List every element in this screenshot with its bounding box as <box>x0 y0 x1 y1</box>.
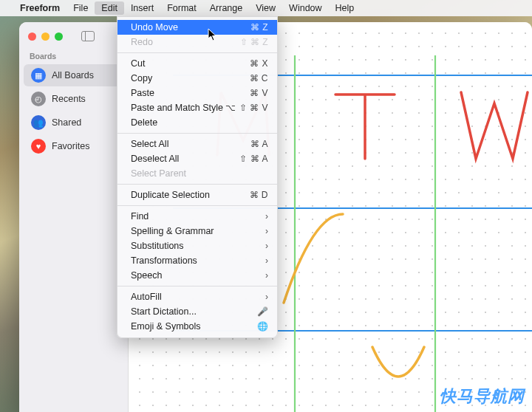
zoom-button[interactable] <box>55 32 63 41</box>
menu-item-label: Delete <box>131 117 268 128</box>
sidebar-item-favorites[interactable]: ♥ Favorites <box>24 135 123 157</box>
menu-item-speech[interactable]: Speech › <box>117 268 277 283</box>
menu-item-label: Duplicate Selection <box>131 190 250 200</box>
menu-item-label: Select All <box>131 139 250 149</box>
menu-separator <box>117 205 277 206</box>
chevron-right-icon: › <box>265 226 268 236</box>
menu-item-cut[interactable]: Cut ⌘ X <box>117 56 277 71</box>
menu-item-find[interactable]: Find › <box>117 209 277 224</box>
menu-item-label: Select Parent <box>131 168 268 179</box>
chevron-right-icon: › <box>265 211 268 222</box>
menu-item-label: Cut <box>131 58 250 69</box>
menu-item-label: Redo <box>131 37 240 47</box>
menu-item-copy[interactable]: Copy ⌘ C <box>117 71 277 86</box>
sidebar-item-label: Shared <box>52 117 81 128</box>
menu-item-dictation[interactable]: Start Dictation... 🎤 <box>117 304 277 319</box>
system-menubar: Freeform File Edit Insert Format Arrange… <box>0 0 532 16</box>
menu-item-shortcut: ⇧ ⌘ A <box>239 154 268 164</box>
menu-item-label: Emoji & Symbols <box>131 321 257 332</box>
menu-insert[interactable]: Insert <box>124 1 160 15</box>
menu-item-shortcut: ⌘ A <box>250 139 268 149</box>
menu-item-label: Undo Move <box>131 22 250 32</box>
chevron-right-icon: › <box>265 270 268 281</box>
menu-arrange[interactable]: Arrange <box>203 1 249 15</box>
sidebar-section-title: Boards <box>19 49 128 63</box>
sidebar-item-label: Recents <box>52 94 86 104</box>
menu-item-substitutions[interactable]: Substitutions › <box>117 238 277 253</box>
menu-item-shortcut: ⌘ V <box>250 88 268 98</box>
chevron-right-icon: › <box>265 255 268 266</box>
menu-item-paste[interactable]: Paste ⌘ V <box>117 86 277 100</box>
menu-item-emoji[interactable]: Emoji & Symbols 🌐 <box>117 319 277 334</box>
menu-window[interactable]: Window <box>282 1 328 15</box>
menu-item-transformations[interactable]: Transformations › <box>117 253 277 268</box>
sidebar-item-label: All Boards <box>52 70 94 80</box>
chevron-right-icon: › <box>265 292 268 302</box>
menu-item-shortcut: ⌘ D <box>250 190 269 200</box>
people-icon: 👥 <box>31 115 46 130</box>
menu-item-delete[interactable]: Delete <box>117 115 277 130</box>
menu-item-label: Paste and Match Style <box>131 103 225 113</box>
sidebar-item-all-boards[interactable]: ▦ All Boards <box>24 64 123 86</box>
sidebar-item-label: Favorites <box>52 141 89 151</box>
menu-separator <box>117 133 277 134</box>
menu-separator <box>117 52 277 53</box>
menu-item-select-all[interactable]: Select All ⌘ A <box>117 137 277 151</box>
grid-icon: ▦ <box>31 68 46 83</box>
menu-item-duplicate[interactable]: Duplicate Selection ⌘ D <box>117 188 277 202</box>
menu-item-paste-match-style[interactable]: Paste and Match Style ⌥ ⇧ ⌘ V <box>117 100 277 115</box>
menu-item-shortcut: ⌥ ⇧ ⌘ V <box>225 103 268 113</box>
minimize-button[interactable] <box>41 32 50 41</box>
menu-item-deselect-all[interactable]: Deselect All ⇧ ⌘ A <box>117 151 277 166</box>
sidebar-item-shared[interactable]: 👥 Shared <box>24 111 123 134</box>
menu-item-shortcut: ⌘ C <box>250 73 269 83</box>
edit-menu-dropdown: Undo Move ⌘ Z Redo ⇧ ⌘ Z Cut ⌘ X Copy ⌘ … <box>117 16 278 338</box>
menu-view[interactable]: View <box>249 1 282 15</box>
menu-item-label: Speech <box>131 270 265 281</box>
sidebar-item-recents[interactable]: ◴ Recents <box>24 88 123 110</box>
menu-item-shortcut: ⇧ ⌘ Z <box>240 37 269 47</box>
menu-format[interactable]: Format <box>160 1 203 15</box>
menu-item-label: Spelling & Grammar <box>131 226 265 236</box>
menu-item-label: Start Dictation... <box>131 306 257 317</box>
toggle-sidebar-icon[interactable] <box>81 31 95 41</box>
menu-item-redo: Redo ⇧ ⌘ Z <box>117 35 277 49</box>
menu-file[interactable]: File <box>66 1 95 15</box>
menu-item-label: Transformations <box>131 255 265 266</box>
menu-item-shortcut: ⌘ X <box>250 58 268 69</box>
menu-item-label: Copy <box>131 73 250 83</box>
menu-item-select-parent: Select Parent <box>117 166 277 181</box>
menu-item-label: Deselect All <box>131 154 239 164</box>
window-controls <box>19 28 128 49</box>
sidebar: Boards ▦ All Boards ◴ Recents 👥 Shared ♥… <box>19 22 129 412</box>
app-menu[interactable]: Freeform <box>13 1 66 15</box>
heart-icon: ♥ <box>31 139 46 154</box>
globe-icon: 🌐 <box>257 321 269 332</box>
watermark-text: 快马导航网 <box>440 385 525 408</box>
menu-item-label: AutoFill <box>131 292 265 302</box>
menu-item-label: Paste <box>131 88 250 98</box>
menu-edit[interactable]: Edit <box>95 1 124 15</box>
menu-item-label: Find <box>131 211 265 222</box>
menu-help[interactable]: Help <box>329 1 361 15</box>
menu-item-shortcut: ⌘ Z <box>250 22 268 32</box>
menu-item-spelling[interactable]: Spelling & Grammar › <box>117 224 277 238</box>
menu-item-label: Substitutions <box>131 241 265 251</box>
clock-icon: ◴ <box>31 92 46 106</box>
chevron-right-icon: › <box>265 241 268 251</box>
menu-separator <box>117 286 277 286</box>
menu-item-autofill[interactable]: AutoFill › <box>117 289 277 304</box>
mic-icon: 🎤 <box>257 306 269 317</box>
close-button[interactable] <box>28 32 36 41</box>
menu-separator <box>117 184 277 185</box>
menu-item-undo[interactable]: Undo Move ⌘ Z <box>117 20 277 35</box>
